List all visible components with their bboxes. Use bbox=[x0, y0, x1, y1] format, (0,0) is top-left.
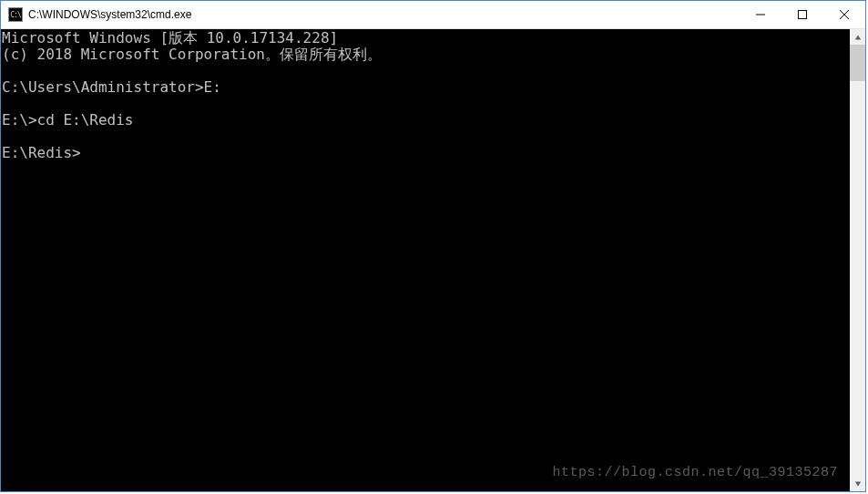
minimize-button[interactable] bbox=[740, 1, 781, 28]
cmd-icon: C:\ bbox=[8, 7, 23, 22]
scroll-up-button[interactable] bbox=[850, 29, 865, 45]
vertical-scrollbar[interactable] bbox=[850, 29, 865, 491]
scroll-thumb[interactable] bbox=[850, 45, 865, 81]
close-button[interactable] bbox=[823, 1, 865, 28]
scroll-track[interactable] bbox=[850, 45, 865, 476]
terminal-output[interactable]: Microsoft Windows [版本 10.0.17134.228] (c… bbox=[1, 29, 850, 491]
svg-marker-5 bbox=[854, 481, 860, 486]
titlebar[interactable]: C:\ C:\WINDOWS\system32\cmd.exe bbox=[1, 1, 865, 29]
svg-rect-1 bbox=[799, 11, 807, 19]
cmd-window: C:\ C:\WINDOWS\system32\cmd.exe Microsof… bbox=[0, 0, 866, 492]
scroll-down-button[interactable] bbox=[850, 476, 865, 491]
window-title: C:\WINDOWS\system32\cmd.exe bbox=[28, 8, 740, 21]
terminal-area: Microsoft Windows [版本 10.0.17134.228] (c… bbox=[1, 29, 865, 491]
svg-marker-4 bbox=[854, 35, 860, 39]
window-controls bbox=[740, 1, 865, 28]
maximize-button[interactable] bbox=[781, 1, 823, 28]
